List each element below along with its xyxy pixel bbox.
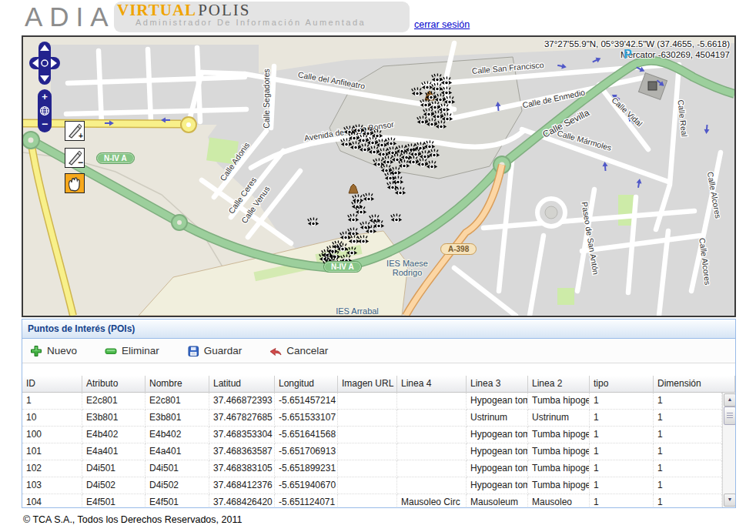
park (618, 195, 634, 226)
table-row[interactable]: 10E3b801E3b80137.467827685-5.651533107Us… (22, 410, 722, 427)
new-button[interactable]: Nuevo (30, 345, 77, 357)
cancel-button[interactable]: Cancelar (269, 345, 328, 357)
grid-header-row: IDAtributoNombreLatitudLongitudImagen UR… (22, 376, 735, 393)
table-cell: 1 (654, 393, 722, 410)
app-page: ADIA VIRTUALPOLIS Administrador De Infor… (0, 0, 756, 532)
route-badge-a398: A-398 (440, 243, 477, 255)
column-header-latitud[interactable]: Latitud (209, 376, 275, 393)
table-cell (397, 393, 467, 410)
table-cell (397, 477, 467, 494)
table-cell: 37.468363587 (209, 443, 275, 460)
zoom-bar[interactable]: + − (38, 89, 52, 132)
table-cell: E2c801 (146, 393, 209, 410)
save-icon (187, 345, 199, 357)
column-header-nombre[interactable]: Nombre (146, 376, 209, 393)
column-header-longitud[interactable]: Longitud (275, 376, 338, 393)
column-header-id[interactable]: ID (22, 376, 82, 393)
draw-add-tool-button[interactable]: + (65, 121, 85, 141)
brand-subtitle: Administrador De Información Aumentada (135, 18, 366, 27)
scroll-up-button[interactable]: ▲ (724, 393, 735, 407)
table-cell: 100 (22, 427, 82, 443)
table-cell: 1 (654, 427, 722, 443)
cancel-button-label: Cancelar (286, 345, 328, 356)
table-row[interactable]: 104E4f501E4f50137.468426420-5.651124071M… (22, 494, 722, 507)
pan-control[interactable] (29, 42, 60, 85)
column-header-imagen-url[interactable]: Imagen URL (338, 376, 397, 393)
grid-rows: 1E2c801E2c80137.466872393-5.651457214Hyp… (22, 393, 722, 507)
undo-icon (269, 345, 282, 357)
delete-button[interactable]: Eliminar (105, 345, 159, 357)
column-header-dimensión[interactable]: Dimensión (654, 376, 735, 393)
table-cell: -5.651641568 (275, 427, 338, 443)
table-cell (338, 393, 397, 410)
table-cell: Ustrinum (528, 410, 590, 427)
draw-remove-tool-button[interactable]: − (65, 148, 85, 168)
table-row[interactable]: 102D4i501D4i50137.468383105-5.651899231H… (22, 460, 722, 477)
table-cell: 103 (22, 477, 82, 494)
table-cell (397, 427, 467, 443)
column-header-linea-2[interactable]: Linea 2 (528, 376, 590, 393)
pois-panel: Puntos de Interés (POIs) Nuevo Eliminar (22, 319, 736, 508)
table-cell: Mausoleo (528, 494, 590, 507)
grid-vertical-scrollbar[interactable]: ▲ ▼ (722, 393, 735, 507)
table-cell: 37.468383105 (209, 460, 275, 477)
scroll-thumb[interactable] (724, 407, 735, 425)
new-button-label: Nuevo (47, 345, 77, 356)
table-cell: 1 (654, 443, 722, 460)
copyright-text: © TCA S.A., Todos los Derechos Reservado… (23, 514, 242, 525)
street-label: Calle Segadores (262, 69, 271, 129)
column-header-atributo[interactable]: Atributo (82, 376, 146, 393)
pencil-minus-icon: − (65, 149, 84, 167)
column-header-tipo[interactable]: tipo (590, 376, 654, 393)
table-row[interactable]: 103D4i502D4i50237.468412376-5.651940670H… (22, 477, 722, 494)
table-cell: 101 (22, 443, 82, 460)
app-logo: ADIA (25, 0, 115, 34)
table-cell: Tumba hipoge (528, 460, 590, 477)
table-cell (338, 460, 397, 477)
table-cell: Tumba hipoge (528, 393, 590, 410)
table-cell (397, 443, 467, 460)
table-cell: Mausoleo Circ (397, 494, 467, 507)
scroll-down-button[interactable]: ▼ (724, 494, 735, 507)
table-cell: Tumba hipoge (528, 443, 590, 460)
table-cell: D4i502 (146, 477, 209, 494)
table-cell: 102 (22, 460, 82, 477)
table-row[interactable]: 100E4b402E4b40237.468353304-5.651641568H… (22, 427, 722, 443)
table-cell: 1 (590, 393, 654, 410)
column-header-linea-4[interactable]: Linea 4 (397, 376, 467, 393)
table-cell (397, 460, 467, 477)
table-cell: Tumba hipoge (528, 427, 590, 443)
table-cell: 1 (590, 460, 654, 477)
table-cell (338, 410, 397, 427)
brand-virtual: VIRTUAL (117, 1, 196, 19)
mouse-coordinates: 37°27'55.9"N, 05°39'42.5"W (37.4655, -5.… (544, 38, 730, 60)
table-cell: E4f501 (146, 494, 209, 507)
table-cell: -5.651940670 (275, 477, 338, 494)
table-cell: Hypogean tom (467, 477, 528, 494)
table-cell: 37.468426420 (209, 494, 275, 507)
map-viewport[interactable]: Calle del Anfiteatro Calle San Francisco… (22, 35, 736, 317)
table-row[interactable]: 1E2c801E2c80137.466872393-5.651457214Hyp… (22, 393, 722, 410)
table-cell: 37.468353304 (209, 427, 275, 443)
table-cell: D4i501 (82, 460, 146, 477)
table-cell (338, 443, 397, 460)
delete-button-label: Eliminar (122, 345, 159, 356)
table-cell (338, 427, 397, 443)
table-cell: E2c801 (82, 393, 146, 410)
pencil-plus-icon: + (65, 122, 84, 140)
table-row[interactable]: 101E4a401E4a40137.468363587-5.651706913H… (22, 443, 722, 460)
plaza-center (545, 206, 557, 219)
pan-center-icon (42, 60, 48, 66)
pan-hand-tool-button[interactable] (65, 173, 85, 193)
attraction-icon (648, 82, 657, 90)
school-label-arrabal: IES Arrabal (336, 306, 379, 316)
save-button[interactable]: Guardar (187, 345, 243, 357)
table-cell: Ustrinum (467, 410, 528, 427)
school-label-line2: Rodrigo (393, 268, 423, 277)
table-cell: 1 (590, 443, 654, 460)
logout-link[interactable]: cerrar sesión (414, 19, 470, 30)
column-header-linea-3[interactable]: Linea 3 (467, 376, 528, 393)
table-cell: 1 (590, 494, 654, 507)
add-icon (30, 345, 42, 357)
remove-icon (105, 345, 117, 357)
